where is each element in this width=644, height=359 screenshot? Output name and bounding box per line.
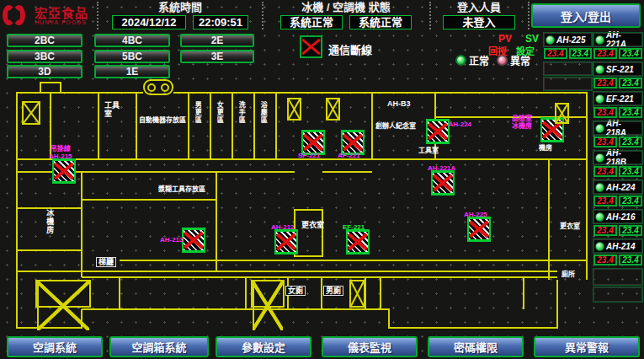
sv-value: 23.4 <box>619 107 642 118</box>
comm-loss-icon <box>300 35 322 58</box>
device-values: 23.4 23.4 <box>593 225 642 236</box>
floor-button[interactable]: 3D <box>7 65 82 78</box>
room-label: 更衣室 <box>301 221 324 229</box>
sv-value: 23.4 <box>569 48 593 59</box>
device-block: SF-221 23.4 23.4 <box>593 62 642 88</box>
footer-nav-button[interactable]: 異常警報 <box>534 336 640 357</box>
device-row[interactable]: SF-221 <box>593 62 642 76</box>
device-name: AH-218A <box>606 119 641 137</box>
sv-row2-legend: 設定 <box>516 44 535 57</box>
room-label: 男廁 <box>323 286 343 296</box>
device-row[interactable]: AH-216 <box>593 210 642 223</box>
room-label: 工具室 <box>418 147 439 154</box>
room-label: 工具室 <box>104 101 120 119</box>
device-block: EF-221 23.4 23.4 <box>593 92 642 118</box>
room-label: 廁所 <box>562 271 575 278</box>
footer-nav-button[interactable]: 空調系統 <box>7 336 103 357</box>
map-ahu-icon[interactable]: SF-221 <box>301 130 325 155</box>
map-ahu-tag: AF-221 <box>338 153 360 160</box>
device-row[interactable]: AH-218B <box>593 151 642 164</box>
device-block: AH-224 23.4 23.4 <box>593 180 642 206</box>
system-time-label: 系統時間 <box>99 1 261 14</box>
device-name: EF-221 <box>606 94 634 104</box>
device-values: 23.4 23.4 <box>593 255 642 265</box>
device-row[interactable]: EF-221 <box>593 92 642 105</box>
login-logout-button[interactable]: 登入/登出 <box>531 3 641 28</box>
device-block: AH-214 23.4 23.4 <box>593 239 642 265</box>
device-values: 23.4 23.4 <box>593 196 642 206</box>
map-ahu-icon[interactable]: AF-221 <box>341 130 365 155</box>
device-row[interactable]: AH-214 <box>593 239 642 253</box>
pv-value: 23.4 <box>593 196 617 206</box>
room-label: 機房 <box>539 144 552 152</box>
sv-value: 23.4 <box>619 225 642 236</box>
company-logo: 宏亞食品 HUNYA FOODS <box>3 2 95 29</box>
room-label: 創辦人紀念室 <box>375 122 416 130</box>
pv-value: 23.4 <box>593 225 617 236</box>
floor-button[interactable]: 4BC <box>94 34 170 47</box>
login-label: 登入人員 <box>431 1 527 14</box>
map-ahu-tag: AH-212 <box>271 224 295 232</box>
hmi-screen: 宏亞食品 HUNYA FOODS 系統時間 2024/12/12 22:09:5… <box>0 0 644 359</box>
floor-button[interactable]: 5BC <box>94 50 170 63</box>
pv-value: 23.4 <box>593 166 617 177</box>
map-ahu-icon[interactable]: AH-212 <box>274 229 298 255</box>
map-ahu-icon[interactable]: AH-225 <box>467 217 491 242</box>
room-label: 品檢室冰機房 <box>512 115 532 130</box>
map-ahu-icon[interactable]: AH-224 <box>426 119 450 144</box>
footer-nav-button[interactable]: 儀表監視 <box>322 336 418 357</box>
date-display: 2024/12/12 <box>112 15 186 29</box>
floor-plan-map: 吊掛線AH-215AH-213AH-212EF-221SF-221AF-221A… <box>2 78 593 340</box>
empty-slot <box>544 62 592 75</box>
device-led-icon <box>595 124 604 133</box>
footer-nav-button[interactable]: 空調箱系統 <box>109 336 209 357</box>
device-values: 23.4 23.4 <box>593 166 642 177</box>
device-values: 23.4 23.4 <box>544 48 592 59</box>
device-values: 23.4 23.4 <box>593 78 642 88</box>
floor-button[interactable]: 3BC <box>7 50 82 63</box>
floor-button[interactable]: 1E <box>94 65 170 78</box>
device-block: AH-225 23.4 23.4 <box>544 33 592 59</box>
device-column-right: AH-221A 23.4 23.4 SF-221 23.4 23.4 <box>593 33 642 304</box>
pv-row2-legend: 回授 <box>488 44 507 57</box>
device-name: AH-216 <box>606 212 635 222</box>
room-label: 洗手區 <box>237 101 245 124</box>
floor-button[interactable]: 3E <box>180 50 254 63</box>
device-row[interactable]: AH-218A <box>593 121 642 135</box>
map-ahu-tag: 吊掛線AH-215 <box>49 146 72 161</box>
map-ahu-icon[interactable]: AH-221A <box>431 170 455 196</box>
stairs-icon <box>251 280 285 308</box>
floor-button[interactable]: 2E <box>180 34 254 47</box>
sv-value: 23.4 <box>619 137 642 147</box>
logo-title: 宏亞食品 <box>35 7 88 19</box>
floor-button[interactable]: 2BC <box>7 34 82 47</box>
device-values: 23.4 23.4 <box>593 48 642 59</box>
empty-slot <box>593 287 642 302</box>
login-user: 未登入 <box>443 15 515 29</box>
elevator-icon <box>143 79 173 95</box>
device-name: AH-224 <box>606 183 635 192</box>
room-label: 漿糊工具存放區 <box>158 185 205 193</box>
pv-value: 23.4 <box>593 137 617 147</box>
device-block: AH-218B 23.4 23.4 <box>593 151 642 177</box>
room-label: 更衣室 <box>560 222 580 230</box>
device-led-icon <box>595 153 604 163</box>
comm-loss-label: 通信斷線 <box>328 41 372 57</box>
device-led-icon <box>595 94 604 104</box>
map-ahu-tag: AH-213 <box>160 237 184 244</box>
sv-value: 23.4 <box>619 48 642 59</box>
machine-status-label: 冰機 / 空調機 狀態 <box>263 1 428 14</box>
device-row[interactable]: AH-225 <box>544 33 592 46</box>
map-ahu-icon[interactable]: EF-221 <box>346 229 370 255</box>
pv-value: 23.4 <box>593 78 617 88</box>
stairs-icon <box>349 280 365 308</box>
map-ahu-icon[interactable]: 吊掛線AH-215 <box>52 158 76 184</box>
sv-value: 23.4 <box>619 255 642 265</box>
footer-nav-button[interactable]: 參數設定 <box>216 336 311 357</box>
device-row[interactable]: AH-224 <box>593 180 642 194</box>
map-ahu-icon[interactable]: AH-213 <box>182 228 205 253</box>
device-led-icon <box>595 212 604 222</box>
device-row[interactable]: AH-221A <box>593 33 642 46</box>
footer-nav-button[interactable]: 密碼權限 <box>428 336 524 357</box>
room-label: 梯廳 <box>96 257 116 267</box>
